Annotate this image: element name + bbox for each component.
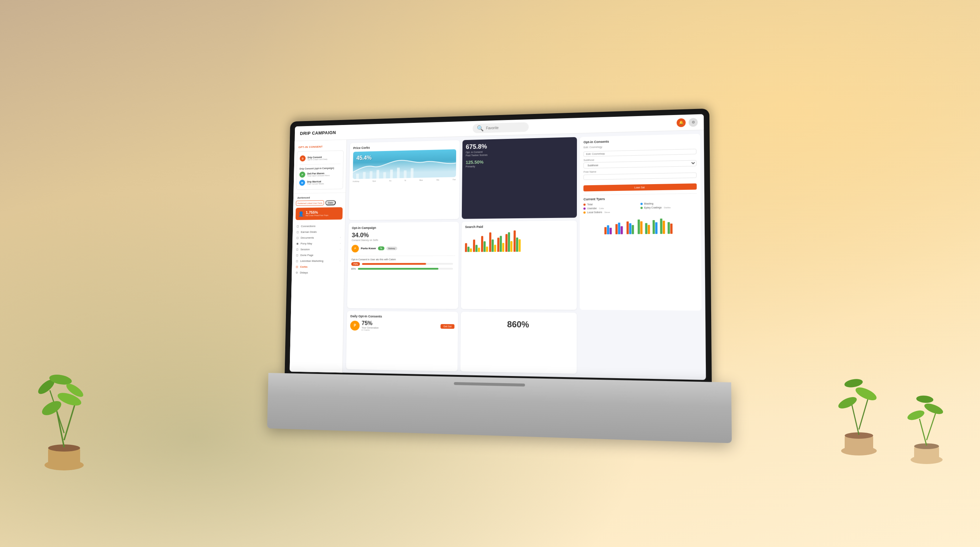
nav-page[interactable]: ◻ Dorie Page [292,252,344,258]
x-label-7: Far [453,178,456,181]
bar-g-7 [516,237,518,251]
arrow-session: › [340,248,340,250]
opt-in-input-1[interactable] [584,149,697,157]
loan-button[interactable]: Loan Sal [584,183,697,192]
tab-published[interactable]: Published Linked User Facts [296,200,324,205]
user-info-1: Drip Consent Up-In Cream and Daily [308,155,341,161]
user-item-1: D Drip Consent Up-In Cream and Daily [300,154,341,162]
svg-rect-43 [629,223,632,234]
bar-g-2 [476,245,477,252]
opt-in-panel-title: Opt-in Consents [584,137,697,144]
bar-o-6 [505,234,508,252]
tyers-chart-svg [584,215,697,234]
daily-get-sol-button[interactable]: Get Sol [441,324,454,329]
nav-label-pony: Pony May [301,242,312,245]
bar-o-5 [497,237,499,252]
app-title: DRIP CAMPAIGN [300,130,336,136]
price-corks-card: Price Corks 45.4% [348,140,460,220]
bar-o-7 [514,230,515,251]
svg-rect-38 [610,228,612,234]
legend-dot-usersbe [584,207,586,209]
progress-label-1: 71% [351,262,360,266]
progress-bar-2 [358,267,453,270]
chart-x-labels: Holiday Ape Ax N Mar Ale Far [353,178,456,182]
notification-icon[interactable]: 🔔 [676,118,686,127]
svg-rect-28 [363,172,366,179]
nav-marketing[interactable]: ◻ Leeretian Marketing › [292,258,344,264]
arrow-marketing: › [339,259,340,262]
dark-stats-card: 675.8% Opt. in Consent Past Twelve Scene… [461,137,577,219]
x-label-4: N [404,180,406,181]
nav-icon-marketing: ◻ [296,259,298,262]
legend-sub-usersbe: Colts [599,207,604,209]
tab-date[interactable]: Date [326,200,336,205]
svg-rect-50 [655,222,657,234]
svg-rect-30 [376,170,379,179]
svg-point-6 [40,398,64,418]
bar-o-3 [481,236,483,252]
user-avatar-2: P [299,172,305,178]
current-tyers-title: Current Tyers [584,196,697,201]
x-label-1: Holiday [353,180,359,182]
bar-y-2 [478,248,480,252]
svg-rect-48 [648,225,650,234]
nav-documents[interactable]: ◻ Decuments › [292,235,345,241]
nav-label-connections: Connections [301,224,315,227]
legend-label-total: Total [587,203,593,205]
daily-stats: 75% Your Generation in Coerts [361,320,379,331]
settings-icon[interactable]: ⚙ [689,118,698,127]
svg-rect-37 [607,226,609,234]
legend-sub-epley: Dabba [664,206,671,208]
nav-icon-didays: ⊙ [296,271,298,274]
search-bar-chart [465,230,573,252]
svg-line-23 [927,413,935,440]
bar-g-3 [483,241,485,252]
nav-connections[interactable]: ◻ Connections [293,223,345,229]
nav-deals[interactable]: ◻ Earnan Deals [293,229,345,235]
bar-group-7 [514,230,520,251]
nav-didays[interactable]: ⊙ Didays [292,270,344,275]
main-content: Price Corks 45.4% [342,130,706,380]
main-layout: Opt-in Consent D Drip Consent Up-In Crea… [290,130,706,380]
opt-in-select[interactable]: Subthose [584,160,697,169]
campaign-consent-label: Opt-in Consent in User ato this with Cat… [352,258,455,261]
user-item-2: P Deli Pan Maews Total Opet Carousel Ron… [299,170,340,179]
svg-rect-47 [645,223,648,234]
bar-group-1 [465,243,472,252]
daily-sub-label: in Coerts [361,329,379,331]
stat-content: 1,755% Ra Crear Preat Four Fays [305,210,328,217]
x-label-3: Ax [389,180,391,182]
bar-group-4 [489,232,496,252]
bar-y-1 [470,248,472,252]
stat-label: Ra Crear Preat Four Fays [305,215,328,217]
progress-row-1: 71% [351,262,455,266]
svg-rect-29 [370,171,372,179]
nav-label-documents: Decuments [301,236,314,239]
search-bar[interactable]: 🔍 [473,122,529,133]
user-avatar-3: M [299,180,305,186]
bar-y-6 [510,241,512,251]
svg-line-14 [852,405,859,435]
svg-rect-36 [605,227,607,234]
second-stat: 125.50% Primarily [465,157,573,168]
nav-pony[interactable]: ◉ Pony May › [292,240,345,246]
bar-group-6 [505,232,512,252]
opt-in-consents-panel: Opt-in Consents Edit: Cosmetogy Subthose… [580,134,702,311]
nav-corks[interactable]: ◻ Corks [292,264,344,270]
search-input[interactable] [486,125,525,130]
bar-o-2 [473,239,475,252]
nav-icon-corks: ◻ [296,265,298,269]
daily-optin-card: Daily Opt-In Consents P 75% Your Generat… [346,311,458,371]
bar-y-5 [502,243,504,252]
stat-value: 1,755% [306,210,329,215]
user-info-2: Deli Pan Maews Total Opet Carousel Rons [307,172,340,177]
price-corks-chart: 45.4% [353,149,456,179]
nav-session[interactable]: ◻ Session › [292,246,345,252]
bar-g-1 [467,246,469,252]
legend-dot-total [584,204,586,205]
price-corks-title: Price Corks [353,144,456,150]
nav-label-deals: Earnan Deals [301,231,317,234]
opt-in-input-3[interactable] [584,172,697,180]
campaign-user-avatar: P [352,245,359,252]
svg-rect-40 [618,223,620,234]
